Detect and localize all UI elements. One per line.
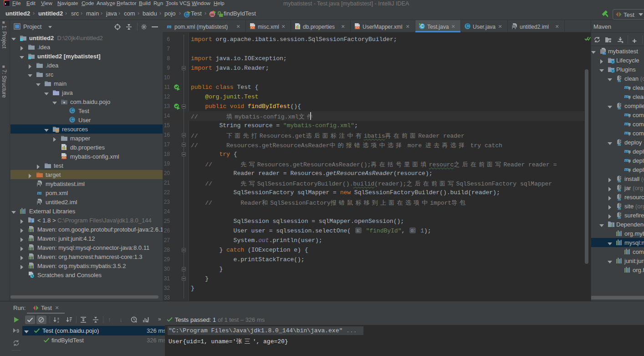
svg-text:m: m: [618, 106, 621, 110]
svg-text:m: m: [624, 129, 629, 136]
svg-text:<>: <>: [62, 156, 66, 160]
svg-text:m: m: [37, 189, 41, 196]
svg-text:m: m: [618, 206, 621, 210]
svg-text:m: m: [618, 78, 621, 83]
svg-text:m: m: [618, 197, 621, 201]
svg-text:m: m: [624, 166, 629, 172]
svg-text:m: m: [618, 188, 621, 192]
svg-text:9: 9: [16, 328, 19, 334]
svg-text:C: C: [71, 117, 74, 122]
svg-text:m: m: [624, 157, 629, 163]
svg-text:z: z: [57, 320, 59, 323]
svg-text:m: m: [624, 93, 629, 99]
svg-text:m: m: [624, 111, 629, 118]
svg-text:m: m: [618, 179, 621, 183]
svg-text:m: m: [618, 215, 621, 219]
svg-text:C: C: [466, 24, 469, 29]
svg-text:m: m: [603, 51, 606, 55]
svg-text:m: m: [167, 23, 171, 30]
svg-text:m: m: [624, 84, 629, 90]
svg-text:m: m: [624, 148, 629, 154]
svg-text:C: C: [71, 108, 74, 113]
svg-text:<>: <>: [356, 26, 359, 30]
svg-text:m: m: [618, 142, 621, 146]
svg-text:m: m: [624, 120, 629, 127]
svg-text:<>: <>: [251, 26, 255, 30]
